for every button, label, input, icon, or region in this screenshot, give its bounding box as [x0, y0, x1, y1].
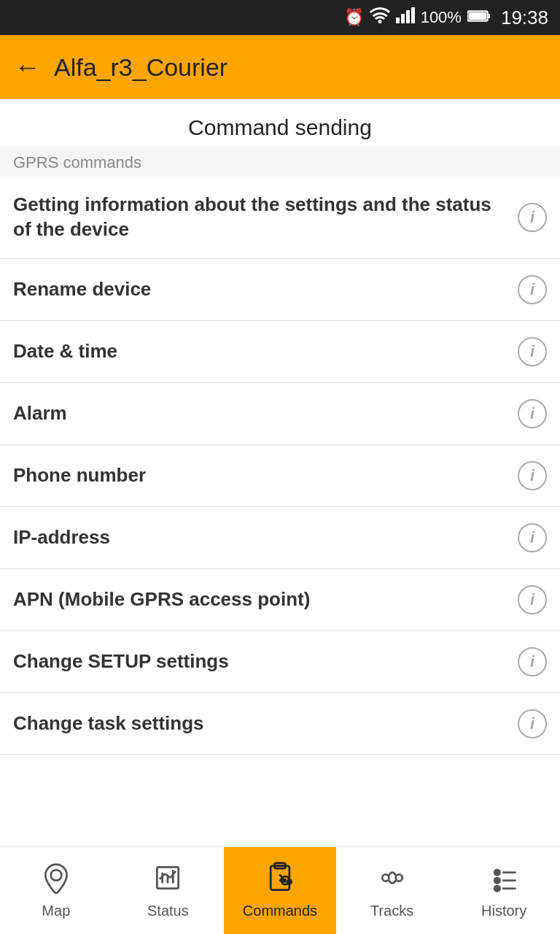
command-label: Change task settings — [13, 711, 518, 736]
command-list: Getting information about the settings a… — [0, 177, 560, 846]
svg-point-25 — [494, 886, 499, 891]
svg-rect-8 — [469, 12, 486, 20]
command-label: Getting information about the settings a… — [13, 193, 518, 242]
status-icons: ⏰ 100% 19:38 — [344, 7, 548, 29]
command-item[interactable]: Phone number i — [0, 445, 560, 507]
commands-icon — [264, 862, 296, 898]
command-label: Phone number — [13, 463, 518, 488]
info-icon[interactable]: i — [518, 647, 547, 676]
svg-rect-1 — [401, 14, 405, 23]
map-nav-label: Map — [42, 903, 70, 919]
command-label: Alarm — [13, 401, 518, 426]
battery-icon — [467, 8, 491, 27]
status-nav-label: Status — [147, 903, 189, 919]
tracks-icon — [376, 862, 408, 898]
commands-nav-label: Commands — [243, 903, 317, 919]
back-button[interactable]: ← — [15, 54, 41, 80]
page-heading: Command sending — [0, 99, 560, 146]
info-icon[interactable]: i — [518, 523, 547, 552]
command-item[interactable]: Alarm i — [0, 383, 560, 445]
wifi-icon — [370, 7, 390, 28]
svg-point-21 — [382, 874, 389, 881]
info-icon[interactable]: i — [518, 709, 547, 738]
command-item[interactable]: Change task settings i — [0, 693, 560, 755]
nav-item-history[interactable]: History — [448, 847, 560, 934]
nav-item-status[interactable]: Status — [112, 847, 225, 934]
battery-percentage: 100% — [421, 8, 462, 27]
info-icon[interactable]: i — [518, 203, 547, 232]
command-item[interactable]: Rename device i — [0, 259, 560, 321]
section-label: GPRS commands — [0, 146, 560, 177]
app-bar-title: Alfa_r3_Courier — [54, 53, 228, 82]
svg-rect-3 — [411, 7, 415, 23]
tracks-nav-label: Tracks — [370, 903, 413, 919]
command-label: IP-address — [13, 525, 518, 550]
svg-rect-2 — [406, 10, 410, 23]
svg-point-20 — [287, 880, 292, 884]
status-time: 19:38 — [501, 7, 548, 29]
info-icon[interactable]: i — [518, 461, 547, 490]
command-item[interactable]: Change SETUP settings i — [0, 631, 560, 693]
info-icon[interactable]: i — [518, 275, 547, 304]
bottom-nav: Map Status Commands Tracks — [0, 846, 560, 934]
svg-point-24 — [494, 878, 499, 883]
svg-rect-0 — [396, 18, 400, 23]
map-icon — [40, 862, 72, 898]
svg-point-23 — [494, 870, 499, 875]
info-icon[interactable]: i — [518, 399, 547, 428]
svg-point-9 — [50, 870, 61, 881]
command-label: APN (Mobile GPRS access point) — [13, 587, 518, 612]
command-item[interactable]: APN (Mobile GPRS access point) i — [0, 569, 560, 631]
command-item[interactable]: Date & time i — [0, 321, 560, 383]
nav-item-map[interactable]: Map — [0, 847, 112, 934]
history-icon — [488, 862, 520, 898]
command-label: Date & time — [13, 339, 518, 364]
info-icon[interactable]: i — [518, 337, 547, 366]
status-icon — [152, 862, 184, 898]
clock-icon: ⏰ — [344, 8, 364, 27]
svg-point-22 — [395, 874, 402, 881]
app-bar: ← Alfa_r3_Courier — [0, 35, 560, 99]
command-item[interactable]: Getting information about the settings a… — [0, 177, 560, 259]
command-label: Change SETUP settings — [13, 649, 518, 674]
nav-item-commands[interactable]: Commands — [224, 847, 336, 934]
status-bar: ⏰ 100% 19:38 — [0, 0, 560, 35]
command-item[interactable]: IP-address i — [0, 507, 560, 569]
nav-item-tracks[interactable]: Tracks — [336, 847, 448, 934]
svg-rect-6 — [488, 14, 490, 18]
history-nav-label: History — [481, 903, 526, 919]
command-label: Rename device — [13, 277, 518, 302]
info-icon[interactable]: i — [518, 585, 547, 614]
signal-icon — [396, 7, 415, 28]
